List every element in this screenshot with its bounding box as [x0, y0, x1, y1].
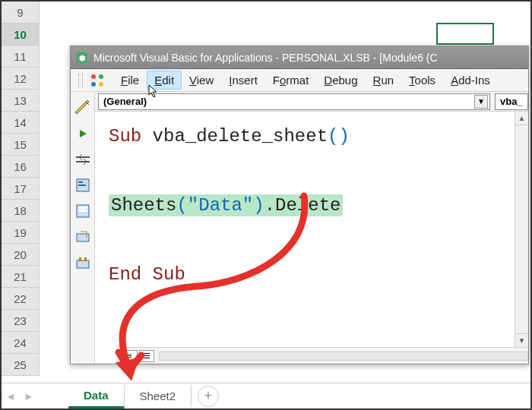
svg-point-2 — [91, 74, 96, 79]
menu-debug[interactable]: Debug — [316, 71, 365, 90]
row-header-25[interactable]: 25 — [2, 354, 40, 376]
row-header-21[interactable]: 21 — [2, 266, 40, 288]
row-header-10[interactable]: 10 — [2, 24, 40, 46]
project-explorer-icon[interactable] — [74, 176, 92, 194]
svg-rect-15 — [77, 260, 89, 268]
menu-view[interactable]: View — [182, 71, 221, 90]
svg-rect-16 — [79, 257, 81, 261]
svg-rect-12 — [78, 207, 87, 209]
lparen: ( — [176, 195, 187, 216]
sheet-tab-data[interactable]: Data — [68, 384, 125, 408]
row-header-23[interactable]: 23 — [2, 310, 40, 332]
scroll-up-icon[interactable]: ▲ — [515, 112, 528, 125]
tab-nav-prev[interactable]: ◄ — [2, 386, 20, 407]
svg-point-4 — [91, 82, 96, 87]
title-bar[interactable]: ⬢ Microsoft Visual Basic for Application… — [71, 46, 528, 69]
procedure-dropdown-value: vba_ — [500, 96, 523, 107]
svg-rect-14 — [77, 234, 89, 241]
code-view-footer: ≡ ☰ — [119, 347, 528, 364]
delete-method: .Delete — [264, 195, 341, 216]
run-icon[interactable] — [74, 125, 92, 143]
row-header-24[interactable]: 24 — [2, 332, 40, 354]
break-icon[interactable] — [74, 150, 92, 169]
mouse-cursor-icon — [147, 84, 160, 99]
scroll-down-icon[interactable]: ▼ — [515, 333, 528, 347]
code-editor[interactable]: Sub vba_delete_sheet() Sheets("Data").De… — [95, 112, 528, 364]
row-header-11[interactable]: 11 — [2, 46, 40, 68]
end-sub-keyword: End Sub — [109, 264, 185, 285]
menu-grip[interactable] — [78, 74, 83, 87]
svg-rect-17 — [84, 257, 87, 261]
object-browser-icon[interactable] — [74, 228, 92, 246]
procedure-dropdown[interactable]: vba_ — [495, 93, 528, 110]
row-header-9[interactable]: 9 — [2, 2, 40, 24]
horizontal-scrollbar[interactable] — [159, 352, 528, 361]
design-mode-icon[interactable] — [74, 99, 92, 117]
menu-insert[interactable]: Insert — [221, 71, 265, 90]
sub-keyword: Sub — [109, 126, 153, 147]
menu-edit[interactable]: Edit — [147, 71, 182, 90]
row-header-16[interactable]: 16 — [2, 156, 40, 178]
row-header-19[interactable]: 19 — [2, 222, 40, 244]
full-module-view-button[interactable]: ☰ — [139, 350, 154, 362]
row-header-13[interactable]: 13 — [2, 90, 40, 112]
svg-rect-7 — [76, 161, 90, 162]
properties-icon[interactable] — [74, 202, 92, 220]
chevron-down-icon[interactable]: ▼ — [474, 95, 488, 109]
procedure-view-button[interactable]: ≡ — [122, 350, 138, 362]
row-header-12[interactable]: 12 — [2, 68, 40, 90]
tab-nav-next[interactable]: ► — [20, 386, 38, 407]
sheet-tab-bar: ◄ ► Data Sheet2 + — [2, 383, 530, 408]
sheets-call: Sheets — [111, 195, 176, 216]
menu-bar: File Edit View Insert Format Debug Run T… — [71, 69, 528, 92]
object-dropdown-value: (General) — [103, 96, 147, 107]
svg-point-5 — [99, 82, 103, 87]
menu-tools[interactable]: Tools — [401, 71, 443, 90]
svg-rect-9 — [78, 181, 83, 183]
row-headers: 910111213141516171819202122232425 — [2, 2, 40, 376]
sub-name: vba_delete_sheet — [153, 126, 328, 147]
menu-addins[interactable]: Add-Ins — [443, 71, 498, 90]
excel-switch-icon[interactable] — [89, 72, 106, 89]
menu-file[interactable]: File — [113, 71, 147, 90]
dropdown-row: (General) ▼ vba_ — [95, 92, 528, 112]
row-header-14[interactable]: 14 — [2, 112, 40, 134]
toolbar-left — [71, 92, 95, 364]
window-title: Microsoft Visual Basic for Applications … — [93, 52, 438, 64]
menu-run[interactable]: Run — [366, 71, 402, 90]
sub-parens: () — [328, 126, 350, 147]
vba-body: (General) ▼ vba_ Sub vba_delete_sheet() … — [71, 92, 528, 364]
toolbox-icon[interactable] — [74, 254, 92, 272]
svg-text:⬢: ⬢ — [79, 54, 86, 62]
add-sheet-button[interactable]: + — [198, 386, 219, 407]
vba-app-icon: ⬢ — [75, 51, 89, 65]
sheet-string: "Data" — [188, 195, 253, 216]
vba-editor-window: ⬢ Microsoft Visual Basic for Application… — [70, 46, 529, 364]
svg-point-3 — [99, 74, 103, 79]
active-cell-indicator[interactable] — [436, 23, 494, 45]
svg-rect-6 — [76, 156, 90, 158]
row-header-20[interactable]: 20 — [2, 244, 40, 266]
svg-rect-13 — [78, 210, 87, 212]
row-header-15[interactable]: 15 — [2, 134, 40, 156]
row-header-18[interactable]: 18 — [2, 200, 40, 222]
menu-format[interactable]: Format — [265, 71, 317, 90]
row-header-22[interactable]: 22 — [2, 288, 40, 310]
rparen: ) — [253, 195, 264, 216]
vertical-scrollbar[interactable]: ▲ ▼ — [515, 112, 528, 347]
svg-rect-10 — [78, 184, 86, 186]
sheet-tab-sheet2[interactable]: Sheet2 — [125, 385, 192, 407]
row-header-17[interactable]: 17 — [2, 178, 40, 200]
code-panel: (General) ▼ vba_ Sub vba_delete_sheet() … — [95, 92, 528, 364]
